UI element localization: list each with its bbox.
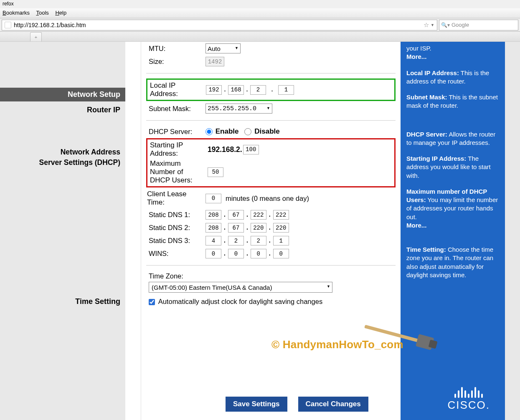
dns3-d[interactable]: [273, 236, 289, 245]
dst-checkbox[interactable]: Automatically adjust clock for daylight …: [149, 298, 322, 305]
dns1-label: Static DNS 1:: [146, 211, 205, 219]
timezone-select[interactable]: (GMT-05:00) Eastern Time(USA & Canada): [149, 282, 332, 293]
tz-label: Time Zone:: [146, 272, 205, 280]
lease-label: Client LeaseTime:: [146, 190, 205, 207]
cancel-button[interactable]: Cancel Changes: [298, 397, 368, 412]
dns1-d[interactable]: [273, 210, 289, 220]
help-panel: your ISP.More... Local IP Address: This …: [401, 42, 505, 420]
sidebar-dhcp-1: Network Address: [0, 147, 125, 157]
main-form: MTU: Auto Size: Local IPAddress: . . . S…: [141, 42, 401, 420]
dns2-d[interactable]: [273, 223, 289, 233]
search-placeholder: Google: [452, 22, 469, 28]
local-ip-oct1[interactable]: [206, 85, 222, 95]
menu-bookmarks[interactable]: Bookmarks: [3, 10, 30, 16]
start-ip-prefix: 192.168.2.: [208, 145, 242, 154]
start-ip-last[interactable]: [243, 145, 259, 154]
subnet-select[interactable]: 255.255.255.0: [205, 104, 272, 114]
local-ip-oct4[interactable]: [278, 85, 294, 95]
search-box[interactable]: 🔍▾ Google: [439, 20, 518, 30]
local-ip-highlight: Local IPAddress: . . .: [146, 78, 396, 101]
size-input: [205, 57, 224, 66]
dhcp-enable-radio[interactable]: Enable: [205, 127, 238, 136]
wins-b[interactable]: [228, 249, 244, 258]
lease-suffix: minutes (0 means one day): [226, 195, 309, 202]
wins-a[interactable]: [205, 249, 221, 258]
address-bar[interactable]: http://192.168.2.1/basic.htm ☆ ▼: [2, 20, 437, 30]
dns2-b[interactable]: [228, 223, 244, 233]
sidebar-dhcp-2: Server Settings (DHCP): [0, 157, 125, 168]
start-ip-label: Starting IPAddress:: [148, 141, 208, 158]
new-tab-button[interactable]: +: [30, 32, 42, 41]
dns1-a[interactable]: [205, 210, 221, 220]
sidebar-time: Time Setting: [0, 293, 125, 308]
dns2-c[interactable]: [251, 223, 266, 233]
dhcp-server-label: DHCP Server:: [146, 128, 205, 136]
dhcp-range-highlight: Starting IPAddress: 192.168.2. MaximumNu…: [146, 138, 396, 187]
tab-strip: +: [0, 32, 520, 42]
bookmark-star-icon[interactable]: ☆: [424, 21, 429, 29]
wins-c[interactable]: [251, 249, 266, 258]
local-ip-label: Local IPAddress:: [148, 81, 206, 98]
window-title: refox: [0, 0, 520, 8]
cisco-logo: CISCO.: [447, 385, 490, 412]
max-users-input[interactable]: [208, 167, 223, 177]
lease-input[interactable]: [205, 194, 221, 203]
local-ip-oct3[interactable]: [250, 85, 266, 95]
sidebar-router-ip: Router IP: [0, 101, 125, 116]
dns3-label: Static DNS 3:: [146, 237, 205, 245]
google-icon: 🔍▾: [441, 22, 450, 28]
mtu-label: MTU:: [146, 45, 205, 53]
dns2-a[interactable]: [205, 223, 221, 233]
page-icon: [5, 22, 11, 28]
menu-tools[interactable]: Tools: [36, 10, 48, 16]
wins-label: WINS:: [146, 250, 205, 258]
wins-d[interactable]: [273, 249, 289, 258]
dns3-b[interactable]: [228, 236, 244, 245]
sidebar: Network Setup Router IP Network Address …: [0, 42, 125, 420]
dns3-a[interactable]: [205, 236, 221, 245]
save-button[interactable]: Save Settings: [226, 397, 287, 412]
dns1-b[interactable]: [228, 210, 244, 220]
dns1-c[interactable]: [251, 210, 266, 220]
max-users-label: MaximumNumber ofDHCP Users:: [148, 159, 208, 185]
browser-menu: Bookmarks Tools Help: [0, 8, 520, 18]
sidebar-header: Network Setup: [0, 88, 125, 101]
size-label: Size:: [146, 58, 205, 66]
history-dropdown-icon[interactable]: ▼: [431, 23, 434, 27]
button-bar: Save Settings Cancel Changes: [226, 397, 368, 412]
mtu-select[interactable]: Auto: [205, 43, 241, 53]
local-ip-oct2[interactable]: [228, 85, 244, 95]
menu-help[interactable]: Help: [55, 10, 66, 16]
dns2-label: Static DNS 2:: [146, 224, 205, 232]
url-text: http://192.168.2.1/basic.htm: [14, 22, 86, 28]
dhcp-disable-radio[interactable]: Disable: [244, 127, 279, 136]
address-row: http://192.168.2.1/basic.htm ☆ ▼ 🔍▾ Goog…: [0, 18, 520, 32]
dns3-c[interactable]: [251, 236, 266, 245]
subnet-label: Subnet Mask:: [146, 105, 205, 113]
